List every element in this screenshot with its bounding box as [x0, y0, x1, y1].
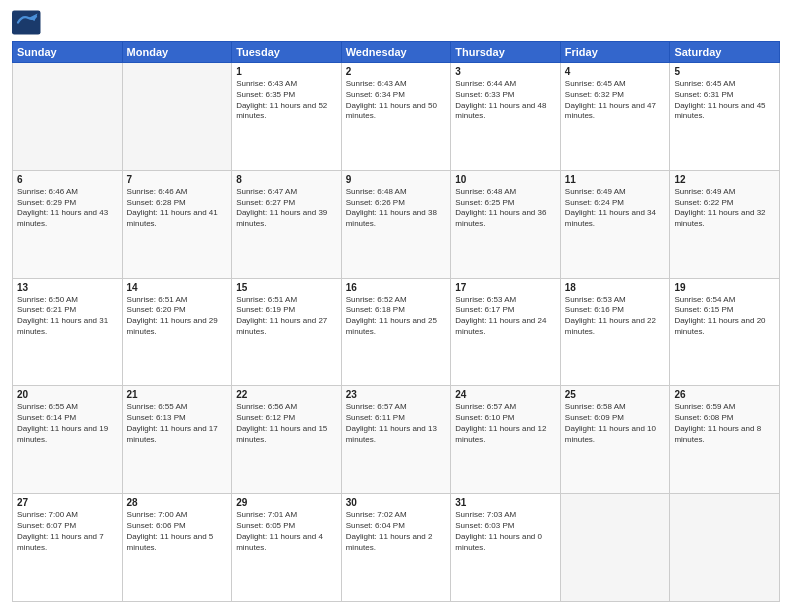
calendar-table: SundayMondayTuesdayWednesdayThursdayFrid… — [12, 41, 780, 602]
calendar-cell: 14Sunrise: 6:51 AMSunset: 6:20 PMDayligh… — [122, 278, 232, 386]
cell-content: Sunrise: 7:01 AMSunset: 6:05 PMDaylight:… — [236, 510, 337, 553]
day-header-friday: Friday — [560, 42, 670, 63]
day-number: 18 — [565, 282, 666, 293]
cell-content: Sunrise: 6:56 AMSunset: 6:12 PMDaylight:… — [236, 402, 337, 445]
cell-content: Sunrise: 6:45 AMSunset: 6:31 PMDaylight:… — [674, 79, 775, 122]
calendar-cell — [122, 63, 232, 171]
calendar-cell: 16Sunrise: 6:52 AMSunset: 6:18 PMDayligh… — [341, 278, 451, 386]
calendar-cell: 9Sunrise: 6:48 AMSunset: 6:26 PMDaylight… — [341, 170, 451, 278]
calendar-cell: 29Sunrise: 7:01 AMSunset: 6:05 PMDayligh… — [232, 494, 342, 602]
calendar-cell: 13Sunrise: 6:50 AMSunset: 6:21 PMDayligh… — [13, 278, 123, 386]
day-number: 22 — [236, 389, 337, 400]
svg-rect-0 — [12, 11, 41, 35]
day-number: 6 — [17, 174, 118, 185]
day-number: 5 — [674, 66, 775, 77]
calendar-cell: 10Sunrise: 6:48 AMSunset: 6:25 PMDayligh… — [451, 170, 561, 278]
day-header-sunday: Sunday — [13, 42, 123, 63]
day-header-wednesday: Wednesday — [341, 42, 451, 63]
calendar-cell: 18Sunrise: 6:53 AMSunset: 6:16 PMDayligh… — [560, 278, 670, 386]
cell-content: Sunrise: 6:58 AMSunset: 6:09 PMDaylight:… — [565, 402, 666, 445]
calendar-cell: 15Sunrise: 6:51 AMSunset: 6:19 PMDayligh… — [232, 278, 342, 386]
week-row-1: 1Sunrise: 6:43 AMSunset: 6:35 PMDaylight… — [13, 63, 780, 171]
day-number: 13 — [17, 282, 118, 293]
day-number: 7 — [127, 174, 228, 185]
calendar-cell: 3Sunrise: 6:44 AMSunset: 6:33 PMDaylight… — [451, 63, 561, 171]
cell-content: Sunrise: 6:48 AMSunset: 6:26 PMDaylight:… — [346, 187, 447, 230]
day-header-tuesday: Tuesday — [232, 42, 342, 63]
calendar-cell — [13, 63, 123, 171]
cell-content: Sunrise: 6:54 AMSunset: 6:15 PMDaylight:… — [674, 295, 775, 338]
week-row-3: 13Sunrise: 6:50 AMSunset: 6:21 PMDayligh… — [13, 278, 780, 386]
cell-content: Sunrise: 7:00 AMSunset: 6:06 PMDaylight:… — [127, 510, 228, 553]
day-number: 31 — [455, 497, 556, 508]
day-number: 30 — [346, 497, 447, 508]
cell-content: Sunrise: 6:57 AMSunset: 6:10 PMDaylight:… — [455, 402, 556, 445]
day-number: 26 — [674, 389, 775, 400]
calendar-cell: 27Sunrise: 7:00 AMSunset: 6:07 PMDayligh… — [13, 494, 123, 602]
day-number: 29 — [236, 497, 337, 508]
day-header-thursday: Thursday — [451, 42, 561, 63]
week-row-4: 20Sunrise: 6:55 AMSunset: 6:14 PMDayligh… — [13, 386, 780, 494]
logo-icon — [12, 10, 42, 35]
header — [12, 10, 780, 35]
day-number: 1 — [236, 66, 337, 77]
cell-content: Sunrise: 6:50 AMSunset: 6:21 PMDaylight:… — [17, 295, 118, 338]
calendar-cell: 4Sunrise: 6:45 AMSunset: 6:32 PMDaylight… — [560, 63, 670, 171]
calendar-cell: 26Sunrise: 6:59 AMSunset: 6:08 PMDayligh… — [670, 386, 780, 494]
calendar-cell: 17Sunrise: 6:53 AMSunset: 6:17 PMDayligh… — [451, 278, 561, 386]
calendar-cell: 12Sunrise: 6:49 AMSunset: 6:22 PMDayligh… — [670, 170, 780, 278]
calendar-cell: 11Sunrise: 6:49 AMSunset: 6:24 PMDayligh… — [560, 170, 670, 278]
cell-content: Sunrise: 6:59 AMSunset: 6:08 PMDaylight:… — [674, 402, 775, 445]
day-number: 12 — [674, 174, 775, 185]
day-number: 2 — [346, 66, 447, 77]
day-number: 21 — [127, 389, 228, 400]
week-row-2: 6Sunrise: 6:46 AMSunset: 6:29 PMDaylight… — [13, 170, 780, 278]
calendar-cell: 24Sunrise: 6:57 AMSunset: 6:10 PMDayligh… — [451, 386, 561, 494]
cell-content: Sunrise: 6:47 AMSunset: 6:27 PMDaylight:… — [236, 187, 337, 230]
calendar-cell: 22Sunrise: 6:56 AMSunset: 6:12 PMDayligh… — [232, 386, 342, 494]
cell-content: Sunrise: 6:53 AMSunset: 6:17 PMDaylight:… — [455, 295, 556, 338]
cell-content: Sunrise: 6:49 AMSunset: 6:24 PMDaylight:… — [565, 187, 666, 230]
cell-content: Sunrise: 6:51 AMSunset: 6:19 PMDaylight:… — [236, 295, 337, 338]
cell-content: Sunrise: 7:02 AMSunset: 6:04 PMDaylight:… — [346, 510, 447, 553]
cell-content: Sunrise: 6:55 AMSunset: 6:13 PMDaylight:… — [127, 402, 228, 445]
day-number: 28 — [127, 497, 228, 508]
calendar-cell: 20Sunrise: 6:55 AMSunset: 6:14 PMDayligh… — [13, 386, 123, 494]
page: SundayMondayTuesdayWednesdayThursdayFrid… — [0, 0, 792, 612]
day-number: 15 — [236, 282, 337, 293]
day-number: 20 — [17, 389, 118, 400]
header-row: SundayMondayTuesdayWednesdayThursdayFrid… — [13, 42, 780, 63]
week-row-5: 27Sunrise: 7:00 AMSunset: 6:07 PMDayligh… — [13, 494, 780, 602]
calendar-cell: 25Sunrise: 6:58 AMSunset: 6:09 PMDayligh… — [560, 386, 670, 494]
calendar-cell: 21Sunrise: 6:55 AMSunset: 6:13 PMDayligh… — [122, 386, 232, 494]
day-number: 23 — [346, 389, 447, 400]
cell-content: Sunrise: 6:43 AMSunset: 6:34 PMDaylight:… — [346, 79, 447, 122]
day-number: 9 — [346, 174, 447, 185]
day-number: 25 — [565, 389, 666, 400]
day-number: 4 — [565, 66, 666, 77]
cell-content: Sunrise: 6:55 AMSunset: 6:14 PMDaylight:… — [17, 402, 118, 445]
cell-content: Sunrise: 6:49 AMSunset: 6:22 PMDaylight:… — [674, 187, 775, 230]
day-header-saturday: Saturday — [670, 42, 780, 63]
day-number: 16 — [346, 282, 447, 293]
calendar-cell: 8Sunrise: 6:47 AMSunset: 6:27 PMDaylight… — [232, 170, 342, 278]
calendar-cell: 19Sunrise: 6:54 AMSunset: 6:15 PMDayligh… — [670, 278, 780, 386]
day-number: 14 — [127, 282, 228, 293]
calendar-cell: 31Sunrise: 7:03 AMSunset: 6:03 PMDayligh… — [451, 494, 561, 602]
calendar-cell — [670, 494, 780, 602]
calendar-cell: 30Sunrise: 7:02 AMSunset: 6:04 PMDayligh… — [341, 494, 451, 602]
calendar-cell: 28Sunrise: 7:00 AMSunset: 6:06 PMDayligh… — [122, 494, 232, 602]
calendar-cell: 7Sunrise: 6:46 AMSunset: 6:28 PMDaylight… — [122, 170, 232, 278]
cell-content: Sunrise: 7:03 AMSunset: 6:03 PMDaylight:… — [455, 510, 556, 553]
day-number: 24 — [455, 389, 556, 400]
day-number: 19 — [674, 282, 775, 293]
cell-content: Sunrise: 6:45 AMSunset: 6:32 PMDaylight:… — [565, 79, 666, 122]
cell-content: Sunrise: 6:51 AMSunset: 6:20 PMDaylight:… — [127, 295, 228, 338]
cell-content: Sunrise: 6:48 AMSunset: 6:25 PMDaylight:… — [455, 187, 556, 230]
cell-content: Sunrise: 6:46 AMSunset: 6:29 PMDaylight:… — [17, 187, 118, 230]
day-number: 3 — [455, 66, 556, 77]
day-number: 10 — [455, 174, 556, 185]
day-number: 11 — [565, 174, 666, 185]
cell-content: Sunrise: 6:43 AMSunset: 6:35 PMDaylight:… — [236, 79, 337, 122]
cell-content: Sunrise: 6:44 AMSunset: 6:33 PMDaylight:… — [455, 79, 556, 122]
